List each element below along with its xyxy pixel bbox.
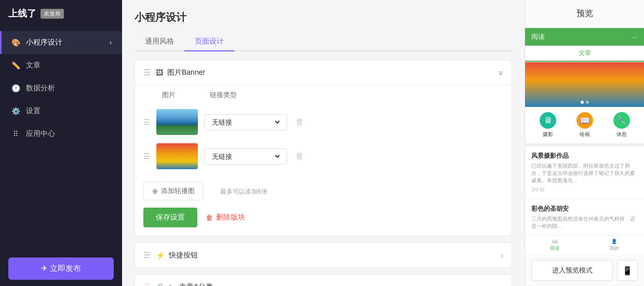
trash-icon: 🗑 <box>206 213 213 222</box>
main-header: 小程序设计 通用风格 页面设计 <box>122 0 525 51</box>
banner-section-title: 图片Banner <box>167 68 498 77</box>
section-actions: 保存设置 🗑 删除版块 <box>143 208 503 227</box>
tab-general-style[interactable]: 通用风格 <box>135 33 184 51</box>
shortcut-icon: ⚡ <box>156 251 165 260</box>
tab-page-design[interactable]: 页面设计 <box>184 33 234 51</box>
plus-icon: ⊕ <box>152 187 158 195</box>
sidebar-item-settings[interactable]: ⚙️ 设置 <box>0 100 122 122</box>
banner-row: ☰ 无链接 文章 页面 🗑 <box>143 105 503 139</box>
phone-preview: 阅读 ··· 文章 🖥 摄影 📖 绘画 🔧 休息 <box>525 28 644 255</box>
lock-icon: 🔒 <box>156 283 165 287</box>
rest-icon: 🔧 <box>613 112 630 129</box>
rest-label: 休息 <box>616 131 627 138</box>
banner-thumbnail-2[interactable] <box>156 143 198 169</box>
preview-icon-grid: 🖥 摄影 📖 绘画 🔧 休息 <box>525 107 644 143</box>
article-2-title: 彩色的圣胡安 <box>531 205 638 213</box>
banner-row: ☰ 无链接 文章 页面 🗑 <box>143 139 503 173</box>
sidebar-item-articles[interactable]: ✏️ 文章 <box>0 54 122 77</box>
shortcut-section-title: 快捷按钮 <box>169 251 501 260</box>
preview-article-2: 彩色的圣胡安 三月的西雅图虽然没有任何春天的气样样，还是一样的阴... <box>525 199 644 235</box>
publish-status-badge: 未发布 <box>41 9 64 19</box>
link-select-1[interactable]: 无链接 文章 页面 <box>204 114 287 130</box>
banner-icon: 🖼 <box>156 69 163 77</box>
article-1-title: 风景摄影作品 <box>531 152 638 160</box>
drag-handle-icon: ☰ <box>143 67 151 77</box>
miniprogram-icon: 🎨 <box>10 37 21 48</box>
chevron-right-icon: › <box>501 283 503 287</box>
article-1-time: 3年前 <box>531 186 638 194</box>
shortcut-section: ☰ ⚡ 快捷按钮 › <box>135 242 512 268</box>
main-content: 小程序设计 通用风格 页面设计 ☰ 🖼 图片Banner ∨ 图片 链接类型 ☰ <box>122 0 525 286</box>
app-title: 上线了 <box>8 7 36 20</box>
dot-2 <box>586 101 589 104</box>
enter-preview-button[interactable]: 进入预览模式 <box>531 260 613 281</box>
shortcut-section-header[interactable]: ☰ ⚡ 快捷按钮 › <box>135 243 512 267</box>
photography-icon: 🖥 <box>540 112 556 129</box>
banner-dots <box>581 101 589 104</box>
link-type-dropdown-1[interactable]: 无链接 文章 页面 <box>210 118 281 127</box>
chevron-right-icon: › <box>501 251 503 260</box>
bottom-bar-read[interactable]: 📖 阅读 <box>550 239 559 252</box>
drag-handle-icon: ☰ <box>143 282 151 286</box>
mobile-icon-button[interactable]: 📱 <box>617 260 638 281</box>
col-image-label: 图片 <box>162 90 204 100</box>
add-hint-text: 最多可以添加6张 <box>220 187 267 196</box>
link-select-2[interactable]: 无链接 文章 页面 <box>204 148 287 165</box>
add-carousel-button[interactable]: ⊕ 添加轮播图 <box>143 182 204 200</box>
dot-1 <box>581 101 584 104</box>
painting-icon: 📖 <box>576 112 593 129</box>
active-indicator <box>0 31 2 54</box>
delete-section-label: 删除版块 <box>216 213 245 222</box>
sidebar-nav: 🎨 小程序设计 › ✏️ 文章 🕐 数据分析 ⚙️ 设置 ⠿ 应用中心 <box>0 27 122 251</box>
preview-title: 预览 <box>525 0 644 28</box>
banner-thumbnail-1[interactable] <box>156 109 198 135</box>
delete-row-1-button[interactable]: 🗑 <box>293 115 306 129</box>
sidebar-item-label: 数据分析 <box>26 84 55 93</box>
mine-icon: 👤 <box>611 239 617 244</box>
row-drag-handle-icon[interactable]: ☰ <box>143 152 150 160</box>
photography-label: 摄影 <box>543 131 553 138</box>
sidebar-item-analytics[interactable]: 🕐 数据分析 <box>0 77 122 100</box>
preview-more-icon: ··· <box>632 33 638 41</box>
mine-label: 我的 <box>610 245 619 252</box>
content-area: ☰ 🖼 图片Banner ∨ 图片 链接类型 ☰ <box>122 51 525 286</box>
settings-icon: ⚙️ <box>10 106 21 116</box>
article-icon: 🗂 <box>168 283 175 287</box>
add-carousel-label: 添加轮播图 <box>161 186 195 196</box>
chevron-down-icon: ∨ <box>498 69 503 77</box>
preview-bottom-bar: 📖 阅读 👤 我的 <box>525 235 644 255</box>
preview-icon-photography: 🖥 摄影 <box>540 112 556 138</box>
publish-button[interactable]: ✈ 立即发布 <box>8 257 114 280</box>
bottom-bar-mine[interactable]: 👤 我的 <box>610 239 619 252</box>
analytics-icon: 🕐 <box>10 83 21 93</box>
chevron-right-icon: › <box>110 39 112 46</box>
sidebar-item-label: 应用中心 <box>26 129 55 139</box>
sidebar-header: 上线了 未发布 <box>0 0 122 27</box>
articles-icon: ✏️ <box>10 60 21 71</box>
sidebar-item-label: 小程序设计 <box>26 38 62 47</box>
preview-icon-rest: 🔧 休息 <box>613 112 630 138</box>
drag-handle-icon: ☰ <box>143 250 151 260</box>
preview-icon-painting: 📖 绘画 <box>576 112 593 138</box>
mobile-icon: 📱 <box>622 266 633 276</box>
banner-section-body: 图片 链接类型 ☰ 无链接 文章 页面 <box>135 85 512 236</box>
preview-tab-article[interactable]: 文章 <box>525 46 644 62</box>
delete-section-button[interactable]: 🗑 删除版块 <box>206 213 245 222</box>
save-settings-button[interactable]: 保存设置 <box>143 208 197 227</box>
painting-label: 绘画 <box>580 131 590 138</box>
column-labels: 图片 链接类型 <box>143 85 503 105</box>
banner-section-header[interactable]: ☰ 🖼 图片Banner ∨ <box>135 60 512 85</box>
preview-banner <box>525 62 644 107</box>
read-label: 阅读 <box>550 245 559 252</box>
article-section: ☰ 🔒 🗂 文章&分类 › <box>135 274 512 286</box>
app-center-icon: ⠿ <box>10 129 21 139</box>
page-title: 小程序设计 <box>135 10 512 24</box>
sidebar-item-app-center[interactable]: ⠿ 应用中心 <box>0 122 122 145</box>
sidebar-item-label: 设置 <box>26 106 41 116</box>
sidebar-item-miniprogram-design[interactable]: 🎨 小程序设计 › <box>0 31 122 54</box>
tab-bar: 通用风格 页面设计 <box>135 33 512 51</box>
delete-row-2-button[interactable]: 🗑 <box>293 149 306 163</box>
row-drag-handle-icon[interactable]: ☰ <box>143 118 150 126</box>
link-type-dropdown-2[interactable]: 无链接 文章 页面 <box>210 152 281 161</box>
col-link-label: 链接类型 <box>210 90 485 100</box>
